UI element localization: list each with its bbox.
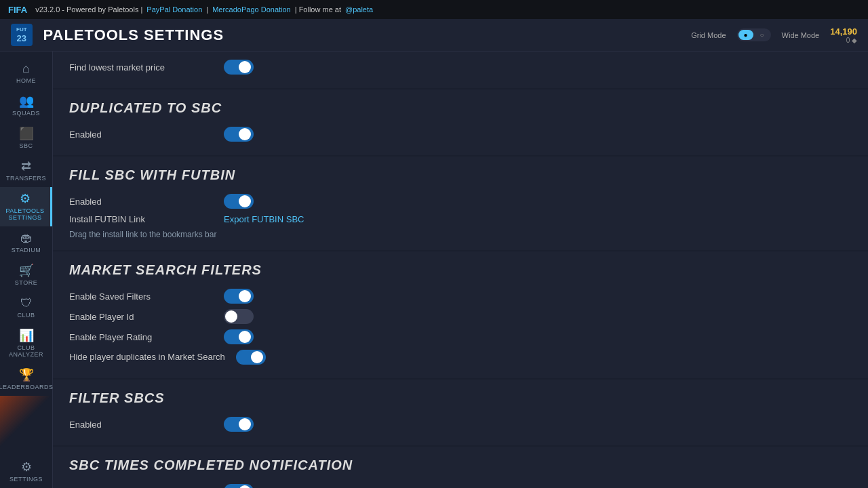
hide-duplicates-label: Hide player duplicates in Market Search bbox=[69, 351, 225, 363]
player-rating-label: Enable Player Rating bbox=[69, 332, 218, 342]
section-fill-sbc: FILL SBC WITH FUTBIN Enabled Install FUT… bbox=[53, 157, 868, 251]
dup-enabled-label: Enabled bbox=[69, 129, 218, 140]
sidebar-item-stadium[interactable]: 🏟 STADIUM bbox=[0, 226, 52, 259]
sidebar-label-settings: SETTINGS bbox=[9, 476, 43, 483]
coins-value: 14,190 bbox=[830, 26, 857, 37]
sidebar-item-store[interactable]: 🛒 STORE bbox=[0, 259, 52, 291]
sidebar-label-club: CLUB bbox=[17, 312, 35, 319]
sidebar-item-paletools[interactable]: ⚙ PALETOOLS SETTINGS bbox=[0, 187, 52, 226]
player-id-toggle[interactable] bbox=[224, 309, 254, 324]
player-rating-toggle[interactable] bbox=[224, 329, 254, 344]
fut-label: FUT bbox=[16, 26, 27, 33]
paleta-handle: @paleta bbox=[345, 5, 373, 14]
grid-wide-toggle[interactable]: ● ○ bbox=[737, 28, 771, 41]
coins-sub: 0 ◆ bbox=[846, 37, 857, 44]
stadium-icon: 🏟 bbox=[20, 232, 33, 244]
filter-sbcs-title: FILTER SBCS bbox=[69, 390, 852, 406]
club-icon: 🛡 bbox=[20, 297, 33, 309]
export-futbin-link[interactable]: Export FUTBIN SBC bbox=[224, 214, 304, 224]
main-layout: ⌂ HOME 👥 SQUADS ⬛ SBC ⇄ TRANSFERS ⚙ PALE… bbox=[0, 52, 868, 488]
fill-sbc-title: FILL SBC WITH FUTBIN bbox=[69, 167, 852, 183]
separator-1: | bbox=[206, 5, 208, 14]
sidebar-item-leaderboards[interactable]: 🏆 LEADERBOARDS bbox=[0, 363, 52, 396]
sidebar-item-club-analyzer[interactable]: 📊 CLUB ANALYZER bbox=[0, 324, 52, 363]
sidebar-item-club[interactable]: 🛡 CLUB bbox=[0, 291, 52, 324]
sidebar-label-sbc: SBC bbox=[19, 142, 33, 149]
section-market-search: MARKET SEARCH FILTERS Enable Saved Filte… bbox=[53, 251, 868, 380]
sidebar-label-transfers: TRANSFERS bbox=[6, 175, 46, 182]
sidebar-background bbox=[0, 396, 52, 455]
fifa-logo: FIFA bbox=[8, 5, 27, 15]
store-icon: 🛒 bbox=[19, 264, 34, 277]
fill-enabled-label: Enabled bbox=[69, 197, 218, 207]
sidebar-item-home[interactable]: ⌂ HOME bbox=[0, 57, 52, 89]
find-lowest-toggle[interactable] bbox=[224, 60, 254, 75]
sidebar-label-home: HOME bbox=[16, 77, 36, 84]
paypal-link[interactable]: PayPal Donation bbox=[146, 5, 202, 14]
paletools-icon: ⚙ bbox=[20, 192, 31, 205]
wide-mode-label: Wide Mode bbox=[782, 31, 820, 39]
duplicated-sbc-title: DUPLICATED TO SBC bbox=[69, 100, 852, 116]
content-area: Find lowest market price DUPLICATED TO S… bbox=[53, 52, 868, 488]
grid-option[interactable]: ● bbox=[738, 30, 753, 40]
drag-note: Drag the install link to the bookmarks b… bbox=[69, 230, 852, 239]
header-controls: Grid Mode ● ○ Wide Mode 14,190 0 ◆ bbox=[691, 26, 857, 44]
version-text: v23.2.0 - Powered by Paletools | bbox=[35, 5, 142, 14]
setting-row-install-link: Install FUTBIN Link Export FUTBIN SBC bbox=[69, 211, 852, 227]
grid-mode-label: Grid Mode bbox=[691, 31, 726, 39]
sidebar-label-club-analyzer: CLUB ANALYZER bbox=[3, 344, 50, 358]
fut23-badge: FUT 23 bbox=[11, 24, 33, 46]
filter-enabled-toggle[interactable] bbox=[224, 417, 254, 432]
header: FUT 23 PALETOOLS SETTINGS Grid Mode ● ○ … bbox=[0, 19, 868, 52]
club-analyzer-icon: 📊 bbox=[19, 329, 34, 342]
filter-enabled-label: Enabled bbox=[69, 420, 218, 430]
setting-row-fill-enabled: Enabled bbox=[69, 191, 852, 211]
saved-filters-label: Enable Saved Filters bbox=[69, 291, 218, 302]
market-search-title: MARKET SEARCH FILTERS bbox=[69, 262, 852, 278]
sbc-icon: ⬛ bbox=[19, 127, 34, 140]
leaderboards-icon: 🏆 bbox=[19, 369, 34, 381]
setting-row-saved-filters: Enable Saved Filters bbox=[69, 286, 852, 306]
sidebar-label-stadium: STADIUM bbox=[12, 247, 41, 253]
sidebar-item-transfers[interactable]: ⇄ TRANSFERS bbox=[0, 155, 52, 187]
page-title: PALETOOLS SETTINGS bbox=[43, 26, 692, 44]
sidebar-item-squads[interactable]: 👥 SQUADS bbox=[0, 89, 52, 122]
setting-row-player-rating: Enable Player Rating bbox=[69, 327, 852, 347]
find-lowest-label: Find lowest market price bbox=[69, 62, 218, 73]
sidebar-label-paletools: PALETOOLS SETTINGS bbox=[3, 207, 47, 221]
sidebar: ⌂ HOME 👥 SQUADS ⬛ SBC ⇄ TRANSFERS ⚙ PALE… bbox=[0, 52, 53, 488]
home-icon: ⌂ bbox=[22, 62, 30, 75]
sidebar-label-leaderboards: LEADERBOARDS bbox=[0, 384, 54, 390]
notif-enabled-toggle[interactable] bbox=[224, 484, 254, 488]
mercadopago-link[interactable]: MercadoPago Donation bbox=[212, 5, 291, 14]
follow-text: | Follow me at bbox=[295, 5, 341, 14]
top-bar: FIFA v23.2.0 - Powered by Paletools | Pa… bbox=[0, 0, 868, 19]
setting-row-dup-enabled: Enabled bbox=[69, 124, 852, 144]
sidebar-item-settings[interactable]: ⚙ SETTINGS bbox=[0, 455, 52, 488]
year-label: 23 bbox=[17, 33, 26, 43]
player-id-label: Enable Player Id bbox=[69, 312, 218, 322]
setting-row-hide-duplicates: Hide player duplicates in Market Search bbox=[69, 347, 852, 367]
settings-icon: ⚙ bbox=[21, 461, 32, 473]
wide-option[interactable]: ○ bbox=[755, 30, 770, 40]
section-duplicated-sbc: DUPLICATED TO SBC Enabled bbox=[53, 89, 868, 157]
squads-icon: 👥 bbox=[19, 95, 34, 107]
setting-row-notif-enabled: Enabled bbox=[69, 481, 852, 488]
section-find-lowest: Find lowest market price bbox=[53, 52, 868, 89]
transfers-icon: ⇄ bbox=[21, 160, 31, 172]
hide-duplicates-toggle[interactable] bbox=[236, 350, 266, 365]
sidebar-label-squads: SQUADS bbox=[12, 110, 40, 117]
section-sbc-notification: SBC TIMES COMPLETED NOTIFICATION Enabled bbox=[53, 447, 868, 488]
fill-enabled-toggle[interactable] bbox=[224, 194, 254, 209]
install-link-label: Install FUTBIN Link bbox=[69, 214, 218, 224]
section-filter-sbcs: FILTER SBCS Enabled bbox=[53, 380, 868, 447]
sidebar-label-store: STORE bbox=[15, 279, 37, 286]
sidebar-item-sbc[interactable]: ⬛ SBC bbox=[0, 122, 52, 155]
setting-row-find-lowest: Find lowest market price bbox=[69, 57, 852, 77]
dup-enabled-toggle[interactable] bbox=[224, 127, 254, 142]
saved-filters-toggle[interactable] bbox=[224, 289, 254, 304]
setting-row-player-id: Enable Player Id bbox=[69, 306, 852, 327]
sbc-notification-title: SBC TIMES COMPLETED NOTIFICATION bbox=[69, 458, 852, 473]
setting-row-filter-enabled: Enabled bbox=[69, 414, 852, 434]
